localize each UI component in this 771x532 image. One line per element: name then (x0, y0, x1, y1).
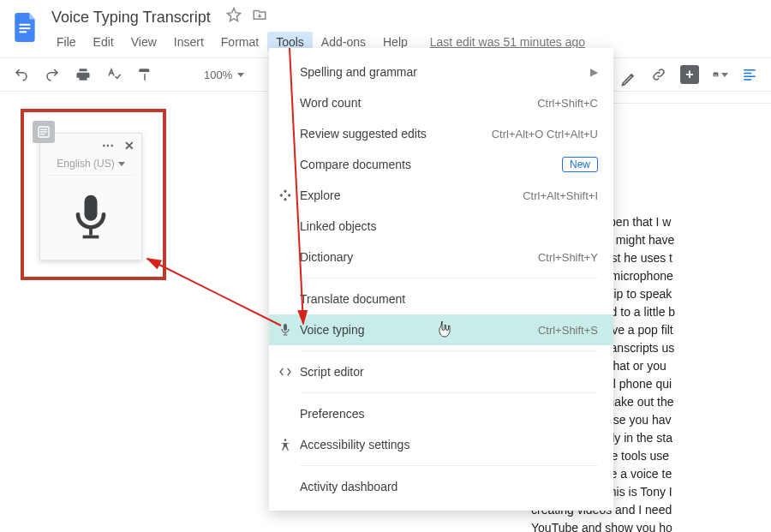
svg-point-18 (284, 439, 287, 441)
menu-edit[interactable]: Edit (85, 32, 123, 52)
menu-item-wordcount[interactable]: Word count Ctrl+Shift+C (269, 87, 613, 118)
menu-item-linked[interactable]: Linked objects (269, 211, 613, 242)
svg-rect-17 (284, 335, 288, 336)
link-icon[interactable] (651, 67, 666, 82)
accessibility-icon (278, 437, 293, 452)
paint-format-icon[interactable] (137, 67, 152, 82)
menu-insert[interactable]: Insert (165, 32, 212, 52)
redo-icon[interactable] (45, 67, 60, 82)
svg-rect-12 (85, 195, 98, 221)
print-icon[interactable] (75, 67, 91, 82)
spellcheck-icon[interactable] (106, 67, 122, 82)
voice-typing-highlight-box: ⋯ ✕ English (US) (21, 109, 166, 280)
menu-format[interactable]: Format (212, 32, 267, 52)
svg-rect-7 (744, 79, 751, 81)
menu-separator (300, 278, 598, 278)
svg-rect-10 (40, 131, 47, 132)
add-comment-icon[interactable]: + (680, 65, 699, 84)
menu-item-voice-typing[interactable]: Voice typing Ctrl+Shift+S (269, 314, 613, 345)
explore-icon (278, 188, 293, 203)
voice-typing-badge-icon (33, 121, 55, 143)
menu-item-preferences[interactable]: Preferences (269, 398, 613, 429)
submenu-arrow-icon: ▶ (590, 66, 598, 78)
zoom-select[interactable]: 100% (204, 69, 244, 81)
svg-rect-6 (744, 76, 756, 78)
svg-rect-13 (89, 227, 93, 235)
svg-rect-14 (83, 236, 99, 239)
svg-rect-4 (744, 69, 756, 71)
svg-rect-15 (284, 324, 287, 331)
voice-typing-panel[interactable]: ⋯ ✕ English (US) (39, 133, 142, 260)
menu-item-accessibility[interactable]: Accessibility settings (269, 429, 613, 460)
cursor-pointer-icon (437, 320, 452, 338)
menu-item-spelling[interactable]: Spelling and grammar ▶ (269, 57, 613, 87)
voice-language-label: English (US) (57, 158, 114, 170)
menu-separator (300, 350, 598, 351)
menu-item-review[interactable]: Review suggested edits Ctrl+Alt+O Ctrl+A… (269, 118, 613, 149)
chevron-down-icon (118, 162, 125, 166)
svg-rect-1 (20, 27, 31, 29)
svg-rect-3 (714, 72, 719, 76)
svg-rect-2 (20, 31, 27, 33)
editing-mode-icon[interactable] (620, 70, 637, 90)
svg-rect-11 (40, 134, 45, 134)
svg-rect-0 (20, 24, 31, 26)
svg-rect-5 (744, 73, 751, 75)
svg-rect-9 (40, 129, 47, 130)
move-icon[interactable] (252, 7, 267, 25)
tools-menu-dropdown: Spelling and grammar ▶ Word count Ctrl+S… (269, 48, 613, 511)
menu-separator (300, 392, 598, 393)
menu-view[interactable]: View (123, 32, 165, 52)
last-edit-link[interactable]: Last edit was 51 minutes ago (430, 35, 585, 49)
zoom-value: 100% (204, 69, 232, 81)
menu-file[interactable]: File (48, 32, 85, 52)
menu-item-dictionary[interactable]: Dictionary Ctrl+Shift+Y (269, 242, 613, 272)
google-docs-icon[interactable] (10, 7, 41, 48)
align-left-icon[interactable] (742, 67, 757, 82)
microphone-icon (278, 322, 293, 338)
menu-item-translate[interactable]: Translate document (269, 284, 613, 314)
voice-language-select[interactable]: English (US) (47, 158, 134, 176)
star-icon[interactable] (226, 7, 242, 25)
menu-item-script-editor[interactable]: Script editor (269, 356, 613, 387)
menu-item-explore[interactable]: Explore Ctrl+Alt+Shift+I (269, 180, 613, 211)
svg-rect-16 (285, 332, 286, 335)
insert-image-icon[interactable] (713, 67, 728, 82)
undo-icon[interactable] (14, 67, 29, 82)
document-title[interactable]: Voice Typing Transcript (48, 7, 214, 28)
chevron-down-icon (237, 73, 244, 77)
voice-panel-close-icon[interactable]: ✕ (124, 139, 134, 152)
microphone-icon (69, 192, 112, 243)
menu-item-compare[interactable]: Compare documents New (269, 149, 613, 180)
menu-item-activity[interactable]: Activity dashboard (269, 471, 613, 502)
voice-mic-button[interactable] (61, 188, 121, 248)
new-badge: New (562, 157, 598, 172)
script-icon (278, 364, 293, 380)
menu-separator (300, 465, 598, 466)
voice-panel-more-icon[interactable]: ⋯ (102, 139, 116, 152)
